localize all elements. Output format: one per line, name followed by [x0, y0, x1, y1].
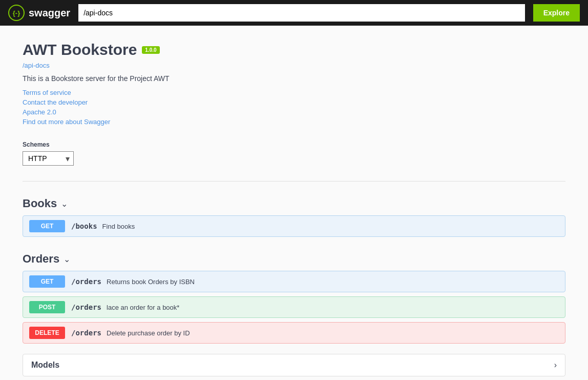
books-section-header[interactable]: Books ⌄	[23, 192, 565, 215]
books-get-method-badge: get	[29, 220, 65, 232]
license-link[interactable]: Apache 2.0	[23, 108, 565, 116]
orders-delete-path: /orders	[71, 329, 101, 337]
schemes-label: Schemes	[23, 141, 565, 148]
orders-section-title: Orders	[23, 252, 59, 266]
models-title: Models	[31, 361, 59, 370]
orders-delete-summary: Delete purchase order by ID	[107, 329, 190, 337]
brand-logo: {-} swagger	[8, 5, 70, 21]
books-get-path: /books	[71, 222, 97, 230]
schemes-select-wrapper: HTTP HTTPS	[23, 151, 74, 166]
orders-post-method-badge: post	[29, 301, 65, 313]
version-badge: 1.0.0	[142, 46, 159, 54]
api-docs-link[interactable]: /api-docs	[23, 62, 565, 69]
books-get-summary: Find books	[102, 223, 135, 230]
models-chevron-icon: ›	[554, 361, 557, 370]
orders-section-header[interactable]: Orders ⌄	[23, 247, 565, 271]
orders-post-path: /orders	[71, 303, 101, 311]
swagger-more-link[interactable]: Find out more about Swagger	[23, 118, 565, 126]
schemes-section: Schemes HTTP HTTPS	[23, 141, 565, 166]
orders-get-summary: Returns book Orders by ISBN	[107, 278, 195, 286]
api-url-input[interactable]	[78, 4, 524, 22]
models-header[interactable]: Models ›	[23, 354, 565, 376]
orders-delete-method-badge: delete	[29, 327, 65, 339]
orders-delete-endpoint[interactable]: delete /orders Delete purchase order by …	[23, 322, 565, 344]
orders-chevron-icon: ⌄	[64, 254, 70, 264]
brand-name: swagger	[29, 7, 70, 19]
schemes-select[interactable]: HTTP HTTPS	[23, 151, 74, 166]
app-title: AWT Bookstore	[23, 41, 137, 58]
orders-section: Orders ⌄ get /orders Returns book Orders…	[23, 247, 565, 344]
app-description: This is a Bookstore server for the Proje…	[23, 74, 565, 83]
books-chevron-icon: ⌄	[61, 199, 68, 209]
models-section: Models ›	[23, 354, 565, 376]
terms-link[interactable]: Terms of service	[23, 89, 565, 96]
explore-button[interactable]: Explore	[533, 4, 580, 22]
orders-post-summary: lace an order for a book*	[107, 304, 179, 311]
swagger-logo-icon: {-}	[8, 5, 25, 21]
app-info: AWT Bookstore 1.0.0 /api-docs This is a …	[23, 41, 565, 126]
books-get-endpoint[interactable]: get /books Find books	[23, 215, 565, 237]
orders-get-path: /orders	[71, 277, 101, 286]
contact-link[interactable]: Contact the developer	[23, 98, 565, 106]
orders-post-endpoint[interactable]: post /orders lace an order for a book*	[23, 296, 565, 318]
orders-get-endpoint[interactable]: get /orders Returns book Orders by ISBN	[23, 271, 565, 292]
app-title-row: AWT Bookstore 1.0.0	[23, 41, 565, 58]
books-section: Books ⌄ get /books Find books	[23, 192, 565, 237]
section-divider	[23, 181, 565, 182]
app-header: {-} swagger Explore	[0, 0, 588, 26]
main-content: AWT Bookstore 1.0.0 /api-docs This is a …	[12, 26, 576, 380]
books-section-title: Books	[23, 197, 57, 210]
orders-get-method-badge: get	[29, 275, 65, 288]
